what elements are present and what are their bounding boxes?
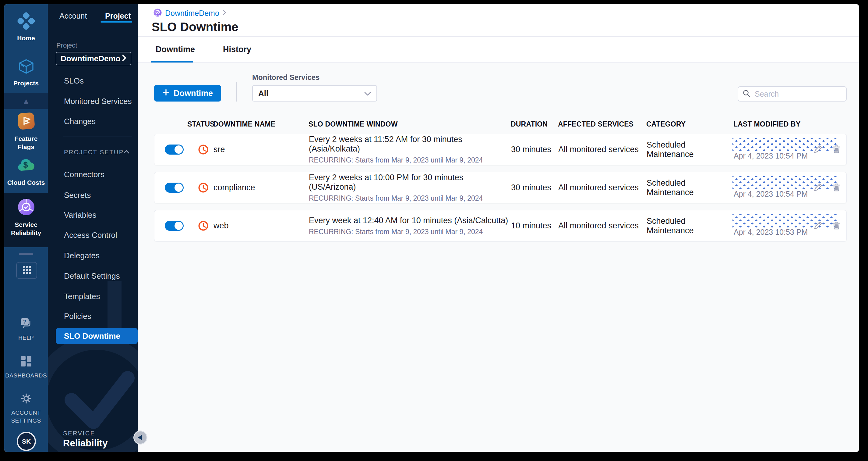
sidebar-item-slo-downtime-label: SLO Downtime — [64, 332, 120, 341]
projects-icon — [18, 58, 35, 76]
tab-downtime[interactable]: Downtime — [156, 45, 195, 54]
monitored-services-select[interactable]: All — [252, 85, 377, 102]
edit-icon[interactable] — [813, 144, 823, 154]
module-projects[interactable]: Projects — [4, 58, 48, 87]
sidebar-item-changes[interactable]: Changes — [64, 117, 96, 126]
search-input[interactable] — [754, 89, 842, 99]
table-row[interactable]: web Every week at 12:40 AM for 10 minute… — [154, 210, 847, 241]
sidebar-item-default-settings[interactable]: Default Settings — [64, 271, 120, 281]
breadcrumb-project-link[interactable]: DowntimeDemo — [165, 9, 219, 18]
app-window: Home Projects ▲ Feature Flags $ Cloud Co… — [4, 4, 859, 452]
module-divider — [19, 253, 33, 255]
sidebar-item-slos[interactable]: SLOs — [64, 76, 84, 86]
table-row[interactable]: sre Every 2 weeks at 11:52 AM for 30 min… — [154, 134, 847, 165]
sidebar-item-connectors[interactable]: Connectors — [64, 170, 104, 179]
tab-history[interactable]: History — [223, 45, 251, 54]
chevron-up-icon[interactable]: ▲ — [4, 97, 48, 106]
project-selector[interactable]: DowntimeDemo — [56, 52, 131, 65]
monitored-services-filter: Monitored Services All — [252, 73, 377, 102]
plus-icon — [162, 89, 169, 98]
downtime-enabled-toggle[interactable] — [165, 183, 184, 193]
svg-text:?: ? — [23, 319, 26, 324]
new-downtime-button-label: Downtime — [174, 89, 213, 98]
sidebar-item-slo-downtime[interactable]: SLO Downtime — [56, 328, 138, 344]
sidebar-item-secrets[interactable]: Secrets — [64, 191, 91, 200]
active-tab-underline — [151, 61, 193, 62]
col-last-modified-by: LAST MODIFIED BY — [733, 120, 847, 128]
module-service-reliability-label: Service Reliability — [4, 221, 48, 237]
chevron-left-icon — [138, 435, 142, 440]
module-cloud-costs[interactable]: $ Cloud Costs — [4, 156, 48, 186]
tab-project-underline — [100, 21, 132, 23]
downtime-category: Scheduled Maintenance — [647, 217, 734, 235]
downtime-recurrence: RECURRING: Starts from Mar 9, 2023 until… — [309, 194, 511, 202]
user-avatar[interactable]: SK — [17, 432, 36, 451]
downtime-affected-services: All monitored services — [558, 183, 647, 192]
last-modified-cell: Apr 4, 2023 10:54 PM — [734, 134, 846, 165]
main-content: DowntimeDemo SLO Downtime Downtime Histo… — [138, 4, 859, 452]
gear-icon — [20, 392, 33, 406]
nav-dashboards[interactable]: DASHBOARDS — [4, 355, 48, 380]
sidebar-item-policies[interactable]: Policies — [64, 312, 91, 321]
downtime-panel: Downtime Monitored Services All — [138, 73, 859, 241]
downtime-enabled-toggle[interactable] — [165, 145, 184, 154]
delete-icon[interactable] — [832, 221, 841, 231]
downtime-name: sre — [214, 145, 309, 154]
module-feature-flags-label: Feature Flags — [4, 135, 48, 151]
sidebar-item-templates[interactable]: Templates — [64, 292, 100, 301]
sidebar-item-monitored-services[interactable]: Monitored Services — [64, 97, 132, 106]
breadcrumb: DowntimeDemo — [154, 8, 859, 18]
downtime-window: Every 2 weeks at 11:52 AM for 30 minutes… — [309, 135, 511, 154]
tab-project[interactable]: Project — [105, 11, 131, 21]
downtime-category: Scheduled Maintenance — [647, 140, 734, 159]
chevron-up-icon[interactable] — [123, 149, 129, 155]
search-icon — [743, 89, 751, 99]
downtime-duration: 10 minutes — [511, 221, 558, 231]
tab-account[interactable]: Account — [59, 11, 87, 21]
sidebar-footer-kicker: SERVICE — [63, 430, 95, 437]
module-service-reliability[interactable]: Service Reliability — [4, 198, 48, 237]
edit-icon[interactable] — [813, 182, 823, 192]
col-duration: DURATION — [511, 120, 558, 128]
nav-help-label: HELP — [16, 334, 36, 342]
recurring-clock-icon — [198, 144, 209, 155]
sidebar-item-variables[interactable]: Variables — [64, 210, 96, 220]
chevron-right-icon — [223, 10, 226, 17]
feature-flags-icon — [17, 112, 36, 132]
toolbar: Downtime Monitored Services All — [154, 73, 847, 102]
downtime-window: Every 2 weeks at 10:00 PM for 30 minutes… — [309, 173, 511, 192]
nav-help[interactable]: ? HELP — [4, 317, 48, 342]
module-cloud-costs-label: Cloud Costs — [5, 178, 47, 186]
sidebar-item-delegates[interactable]: Delegates — [64, 251, 100, 260]
col-status: STATUS — [164, 120, 213, 128]
recurring-clock-icon — [198, 182, 209, 193]
module-feature-flags[interactable]: Feature Flags — [4, 112, 48, 151]
sidebar-collapse-button[interactable] — [133, 431, 147, 444]
nav-account-settings[interactable]: ACCOUNT SETTINGS — [4, 392, 48, 425]
svg-text:$: $ — [23, 161, 28, 170]
module-home[interactable]: Home — [4, 12, 48, 42]
downtime-name: compliance — [214, 183, 309, 192]
last-modified-timestamp: Apr 4, 2023 10:53 PM — [734, 228, 808, 237]
new-downtime-button[interactable]: Downtime — [154, 85, 221, 102]
tabs-bar: Downtime History — [138, 36, 859, 63]
project-sidebar: Account Project Project DowntimeDemo SLO… — [48, 4, 138, 452]
downtime-enabled-toggle[interactable] — [165, 221, 184, 231]
sidebar-item-access-control[interactable]: Access Control — [64, 231, 117, 240]
table-row[interactable]: compliance Every 2 weeks at 10:00 PM for… — [154, 172, 847, 203]
table-header: STATUS DOWNTIME NAME SLO DOWNTIME WINDOW… — [154, 114, 847, 134]
delete-icon[interactable] — [832, 144, 841, 154]
downtime-window: Every week at 12:40 AM for 10 minutes (A… — [309, 216, 511, 225]
edit-icon[interactable] — [813, 221, 823, 231]
recurring-clock-icon — [198, 220, 209, 231]
downtime-name: web — [214, 221, 309, 231]
project-setup-heading[interactable]: PROJECT SETUP — [64, 149, 124, 156]
screen: Home Projects ▲ Feature Flags $ Cloud Co… — [0, 0, 868, 461]
project-field-label: Project — [56, 41, 77, 49]
module-projects-label: Projects — [11, 79, 40, 87]
search-box — [738, 86, 847, 102]
module-picker-button[interactable] — [16, 262, 37, 279]
delete-icon[interactable] — [832, 182, 841, 192]
help-icon: ? — [20, 317, 33, 331]
monitored-services-select-value: All — [258, 89, 268, 98]
